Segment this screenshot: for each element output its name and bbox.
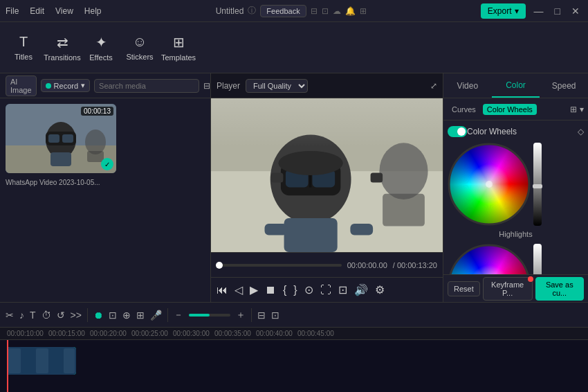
expand-icon[interactable]: ⤢ bbox=[430, 81, 437, 91]
layout-icon[interactable]: ⊞ bbox=[570, 105, 577, 114]
time-current: 00:00:00.00 bbox=[347, 261, 387, 269]
tl-clock-icon[interactable]: ⏱ bbox=[42, 310, 51, 321]
ai-image-badge[interactable]: AI Image bbox=[6, 75, 37, 96]
reset-icon[interactable]: ◇ bbox=[578, 127, 584, 136]
record-label: Record bbox=[54, 82, 78, 90]
toolbar-item-effects[interactable]: ✦ Effects bbox=[83, 26, 119, 70]
expand-subtab-icon[interactable]: ▾ bbox=[580, 105, 584, 114]
tl-rotate-icon[interactable]: ↺ bbox=[57, 310, 65, 321]
midtones-slider[interactable] bbox=[533, 244, 542, 274]
subtab-curves[interactable]: Curves bbox=[448, 104, 480, 115]
tl-voice-icon[interactable]: 🎤 bbox=[150, 310, 162, 321]
volume-button[interactable]: 🔊 bbox=[354, 283, 368, 296]
tl-add-icon[interactable]: ＋ bbox=[236, 309, 246, 321]
highlights-wheel[interactable] bbox=[448, 143, 531, 226]
tl-text-icon[interactable]: T bbox=[30, 310, 36, 321]
menu-view[interactable]: View bbox=[55, 6, 73, 16]
titles-label: Titles bbox=[15, 53, 33, 61]
media-toolbar: AI Image Record ▾ ⊟ ··· bbox=[0, 73, 210, 98]
svg-rect-19 bbox=[371, 172, 383, 182]
tab-video[interactable]: Video bbox=[443, 73, 492, 98]
templates-label: Templates bbox=[161, 53, 196, 62]
menu-edit[interactable]: Edit bbox=[30, 6, 44, 16]
stop-button[interactable]: ⏹ bbox=[265, 284, 276, 296]
ruler-mark-4: 00:00:30:00 bbox=[173, 330, 214, 337]
timeline-ruler: 00:00:10:00 00:00:15:00 00:00:20:00 00:0… bbox=[0, 328, 588, 340]
keyframe-button[interactable]: Keyframe P... bbox=[483, 277, 533, 301]
menu-help[interactable]: Help bbox=[84, 6, 102, 16]
toolbar-item-templates[interactable]: ⊞ Templates bbox=[160, 26, 196, 70]
media-check-icon: ✓ bbox=[101, 158, 113, 170]
media-thumbnail[interactable]: 00:00:13 ✓ bbox=[6, 104, 116, 173]
timeline-tracks[interactable] bbox=[0, 340, 588, 392]
chevron-down-icon: ▾ bbox=[515, 6, 519, 16]
subtabs: Curves Color Wheels ⊞ ▾ bbox=[443, 98, 588, 121]
toolbar-item-transitions[interactable]: ⇄ Transitions bbox=[44, 26, 80, 70]
tl-grid-icon[interactable]: ⊟ bbox=[257, 310, 266, 321]
maximize-button[interactable]: □ bbox=[552, 6, 563, 17]
settings-button[interactable]: ⚙ bbox=[375, 283, 385, 296]
tl-expand-icon[interactable]: ⊡ bbox=[271, 310, 279, 321]
tl-audio-icon[interactable]: ♪ bbox=[19, 310, 24, 321]
highlights-canvas bbox=[448, 143, 531, 226]
titles-icon: T bbox=[19, 34, 28, 50]
fullscreen-button[interactable]: ⛶ bbox=[320, 284, 331, 296]
record-badge[interactable]: Record ▾ bbox=[41, 79, 90, 92]
titlebar-left: File Edit View Help bbox=[6, 6, 102, 16]
feedback-btn[interactable]: Feedback bbox=[260, 5, 306, 17]
toolbar-item-titles[interactable]: T Titles bbox=[6, 26, 42, 70]
media-search-input[interactable] bbox=[94, 79, 199, 93]
templates-icon: ⊞ bbox=[173, 34, 185, 51]
filter-icon[interactable]: ⊟ bbox=[203, 81, 210, 91]
tl-more-icon[interactable]: >> bbox=[71, 310, 82, 321]
export-button[interactable]: Export ▾ bbox=[481, 3, 526, 19]
tl-marker-icon[interactable]: ⊕ bbox=[122, 310, 131, 321]
zoom-slider[interactable] bbox=[189, 314, 230, 317]
highlights-label: Highlights bbox=[448, 230, 584, 238]
svg-rect-22 bbox=[350, 224, 373, 235]
svg-point-7 bbox=[85, 130, 106, 154]
record-dot bbox=[46, 83, 51, 89]
tl-snap-icon[interactable]: ⊡ bbox=[109, 310, 117, 321]
player-panel: Player Full Quality ⤢ bbox=[211, 73, 443, 302]
ruler-mark-0: 00:00:10:00 bbox=[7, 330, 48, 337]
highlights-wheel-container bbox=[448, 143, 584, 226]
skip-back-button[interactable]: ⏮ bbox=[217, 284, 228, 296]
mark-in-button[interactable]: ⊙ bbox=[304, 283, 313, 296]
tl-record-icon[interactable]: ⏺ bbox=[93, 310, 103, 321]
play-button[interactable]: ▶ bbox=[250, 283, 258, 296]
svg-rect-30 bbox=[64, 348, 75, 373]
player-label: Player bbox=[217, 81, 240, 91]
timeline-toolbar: ✂ ♪ T ⏱ ↺ >> ⏺ ⊡ ⊕ ⊞ 🎤 － ＋ ⊟ ⊡ bbox=[0, 303, 588, 328]
ruler-mark-2: 00:00:20:00 bbox=[90, 330, 131, 337]
tl-lock-icon[interactable]: ⊞ bbox=[136, 310, 145, 321]
progress-handle[interactable] bbox=[216, 262, 223, 269]
close-button[interactable]: ✕ bbox=[569, 6, 582, 17]
frame-back-button[interactable]: ◁ bbox=[235, 283, 243, 296]
save-button[interactable]: Save as cu... bbox=[535, 277, 584, 301]
track-clip[interactable] bbox=[7, 347, 76, 375]
reset-button[interactable]: Reset bbox=[448, 281, 480, 296]
titlebar: File Edit View Help Untitled ⓘ Feedback … bbox=[0, 0, 588, 22]
minimize-button[interactable]: — bbox=[531, 6, 546, 17]
highlights-slider-handle[interactable] bbox=[533, 184, 542, 188]
tl-remove-icon[interactable]: － bbox=[174, 309, 183, 321]
in-point-button[interactable]: { bbox=[283, 284, 286, 296]
quality-select[interactable]: Full Quality bbox=[246, 79, 308, 93]
crop-button[interactable]: ⊡ bbox=[338, 283, 347, 296]
out-point-button[interactable]: } bbox=[293, 284, 297, 296]
toolbar-item-stickers[interactable]: ☺ Stickers bbox=[122, 26, 158, 70]
highlights-slider[interactable] bbox=[533, 143, 542, 226]
media-item[interactable]: 00:00:13 ✓ WhatsApp Video 2023-10-05... bbox=[6, 104, 205, 186]
midtones-wheel[interactable] bbox=[448, 244, 531, 274]
subtab-color-wheels[interactable]: Color Wheels bbox=[483, 104, 537, 115]
progress-bar[interactable] bbox=[217, 264, 342, 267]
tab-speed[interactable]: Speed bbox=[540, 73, 588, 98]
svg-rect-5 bbox=[62, 134, 73, 143]
tl-cut-icon[interactable]: ✂ bbox=[6, 310, 14, 321]
tab-color[interactable]: Color bbox=[492, 73, 540, 98]
effects-icon: ✦ bbox=[95, 34, 107, 51]
ruler-mark-5: 00:00:35:00 bbox=[214, 330, 256, 337]
color-wheels-toggle[interactable] bbox=[448, 126, 467, 137]
menu-file[interactable]: File bbox=[6, 6, 19, 16]
